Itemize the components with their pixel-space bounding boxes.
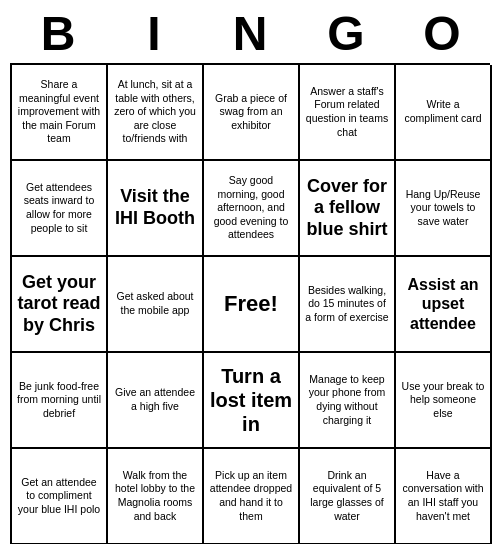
- bingo-grid: Share a meaningful event improvement wit…: [10, 63, 490, 544]
- bingo-title: // Render letters inline after page-data…: [10, 6, 490, 61]
- bingo-cell-17[interactable]: Turn a lost item in: [204, 353, 300, 449]
- bingo-cell-3[interactable]: Answer a staff's Forum related question …: [300, 65, 396, 161]
- bingo-cell-24[interactable]: Have a conversation with an IHI staff yo…: [396, 449, 492, 544]
- bingo-cell-14[interactable]: Assist an upset attendee: [396, 257, 492, 353]
- bingo-cell-18[interactable]: Manage to keep your phone from dying wit…: [300, 353, 396, 449]
- bingo-letter-i: I: [106, 6, 202, 61]
- bingo-cell-23[interactable]: Drink an equivalent of 5 large glasses o…: [300, 449, 396, 544]
- bingo-letter-b: B: [10, 6, 106, 61]
- bingo-cell-0[interactable]: Share a meaningful event improvement wit…: [12, 65, 108, 161]
- bingo-letter-n: N: [202, 6, 298, 61]
- bingo-cell-4[interactable]: Write a compliment card: [396, 65, 492, 161]
- bingo-cell-21[interactable]: Walk from the hotel lobby to the Magnoli…: [108, 449, 204, 544]
- bingo-cell-9[interactable]: Hang Up/Reuse your towels to save water: [396, 161, 492, 257]
- bingo-cell-10[interactable]: Get your tarot read by Chris: [12, 257, 108, 353]
- bingo-cell-2[interactable]: Grab a piece of swag from an exhibitor: [204, 65, 300, 161]
- bingo-cell-13[interactable]: Besides walking, do 15 minutes of a form…: [300, 257, 396, 353]
- bingo-cell-19[interactable]: Use your break to help someone else: [396, 353, 492, 449]
- bingo-cell-6[interactable]: Visit the IHI Booth: [108, 161, 204, 257]
- bingo-cell-12[interactable]: Free!: [204, 257, 300, 353]
- bingo-letter-g: G: [298, 6, 394, 61]
- bingo-cell-22[interactable]: Pick up an item attendee dropped and han…: [204, 449, 300, 544]
- bingo-letter-o: O: [394, 6, 490, 61]
- bingo-cell-5[interactable]: Get attendees seats inward to allow for …: [12, 161, 108, 257]
- bingo-cell-8[interactable]: Cover for a fellow blue shirt: [300, 161, 396, 257]
- bingo-cell-20[interactable]: Get an attendee to compliment your blue …: [12, 449, 108, 544]
- bingo-cell-11[interactable]: Get asked about the mobile app: [108, 257, 204, 353]
- bingo-cell-1[interactable]: At lunch, sit at a table with others, ze…: [108, 65, 204, 161]
- bingo-cell-15[interactable]: Be junk food-free from morning until deb…: [12, 353, 108, 449]
- bingo-cell-16[interactable]: Give an attendee a high five: [108, 353, 204, 449]
- bingo-cell-7[interactable]: Say good morning, good afternoon, and go…: [204, 161, 300, 257]
